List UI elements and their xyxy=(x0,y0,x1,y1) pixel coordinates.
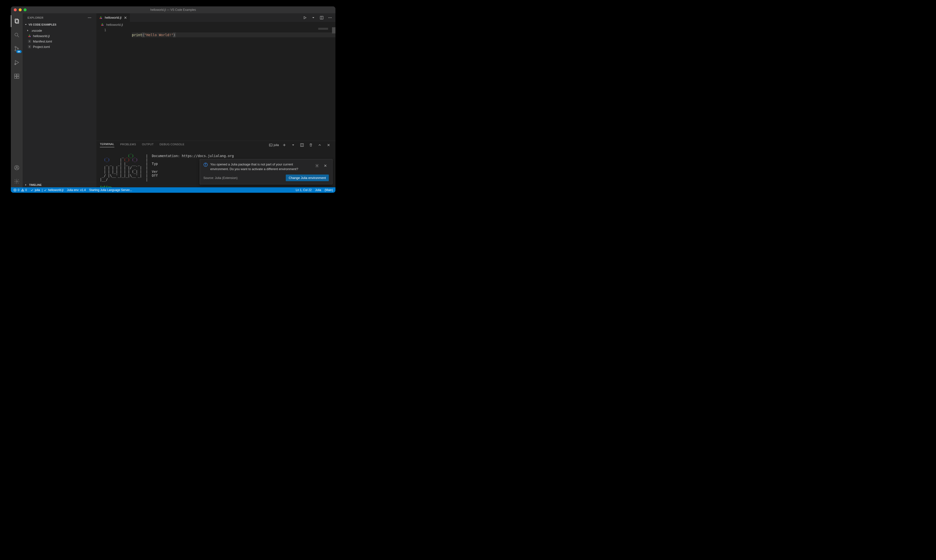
info-icon xyxy=(203,163,208,167)
maximize-panel-icon[interactable] xyxy=(316,142,323,148)
svg-point-5 xyxy=(15,50,16,51)
change-julia-env-button[interactable]: Change Julia environment xyxy=(286,175,329,181)
close-window-button[interactable] xyxy=(14,8,17,11)
status-cursor[interactable]: Ln 1, Col 22 xyxy=(296,188,312,192)
panel-tab-terminal[interactable]: TERMINAL xyxy=(100,143,114,147)
svg-point-55 xyxy=(22,191,23,191)
editor-tab[interactable]: helloworld.jl xyxy=(96,13,130,22)
run-dropdown-icon[interactable] xyxy=(310,14,317,21)
julia-file-icon xyxy=(28,34,31,38)
minimap[interactable] xyxy=(317,27,332,141)
status-error-count: 0 xyxy=(18,188,19,192)
breadcrumb[interactable]: helloworld.jl xyxy=(96,22,336,27)
tab-label: helloworld.jl xyxy=(105,16,122,19)
editor-more-icon[interactable] xyxy=(326,14,334,21)
tree-file-toml[interactable]: Manifest.toml xyxy=(23,38,96,44)
code-line: print("Hello World!") xyxy=(132,32,336,37)
minimize-window-button[interactable] xyxy=(19,8,22,11)
workspace-name: VS CODE EXAMPLES xyxy=(29,23,56,26)
panel-tab-output[interactable]: OUTPUT xyxy=(142,143,154,147)
svg-point-18 xyxy=(91,17,91,18)
split-editor-icon[interactable] xyxy=(318,14,325,21)
status-sync-label: helloworld.jl xyxy=(48,188,63,192)
activity-explorer[interactable] xyxy=(11,15,23,27)
sidebar-title: EXPLORER xyxy=(28,16,43,19)
status-warnings[interactable]: 0 xyxy=(21,188,27,192)
tree-label: Project.toml xyxy=(33,45,50,49)
status-langmode[interactable]: Julia xyxy=(315,188,321,192)
svg-point-48 xyxy=(317,165,317,166)
activity-accounts[interactable] xyxy=(11,162,23,174)
svg-point-22 xyxy=(29,41,30,42)
sidebar-more-icon[interactable] xyxy=(86,14,93,21)
text-editor[interactable]: 1 print("Hello World!") xyxy=(96,27,336,141)
tree-file-julia[interactable]: helloworld.jl xyxy=(23,33,96,38)
close-panel-icon[interactable] xyxy=(325,142,332,148)
terminal-name: julia xyxy=(274,143,279,147)
chevron-down-icon xyxy=(24,23,28,26)
timeline-label: TIMELINE xyxy=(29,183,42,186)
svg-point-20 xyxy=(29,35,30,36)
workspace-header[interactable]: VS CODE EXAMPLES xyxy=(23,22,96,27)
status-julia[interactable]: julia | xyxy=(30,188,43,192)
status-bar: 0 0 julia | helloworld.jl Julia env: v1.… xyxy=(11,187,336,193)
activity-search[interactable] xyxy=(11,29,23,41)
julia-file-icon xyxy=(99,16,103,20)
notification-settings-icon[interactable] xyxy=(314,162,320,169)
window-title: helloworld.jl — VS Code Examples xyxy=(11,8,336,12)
titlebar: helloworld.jl — VS Code Examples xyxy=(11,6,336,13)
status-scope[interactable]: (Main) xyxy=(325,188,333,192)
tree-label: helloworld.jl xyxy=(33,34,50,38)
chevron-right-icon xyxy=(24,183,28,186)
new-terminal-icon[interactable] xyxy=(281,142,288,148)
tree-file-toml[interactable]: Project.toml xyxy=(23,44,96,49)
julia-file-icon xyxy=(100,23,104,26)
split-terminal-icon[interactable] xyxy=(299,142,305,148)
terminal-dropdown-icon[interactable] xyxy=(290,142,297,148)
svg-rect-9 xyxy=(14,74,17,76)
status-warning-count: 0 xyxy=(25,188,27,192)
sidebar: EXPLORER VS CODE EXAMPLES .vscode xyxy=(23,13,96,187)
svg-point-35 xyxy=(101,25,102,26)
svg-point-33 xyxy=(330,17,331,18)
svg-point-2 xyxy=(15,33,18,36)
svg-point-23 xyxy=(29,46,30,47)
scm-badge: 5K xyxy=(16,50,22,53)
panel-tab-problems[interactable]: PROBLEMS xyxy=(120,143,136,147)
activity-source-control[interactable]: 5K xyxy=(11,43,23,55)
gear-file-icon xyxy=(28,39,31,43)
vscode-window: helloworld.jl — VS Code Examples 5K xyxy=(11,6,336,193)
line-number: 1 xyxy=(96,28,106,32)
status-errors[interactable]: 0 xyxy=(13,188,19,192)
svg-point-25 xyxy=(100,17,102,18)
close-tab-icon[interactable] xyxy=(123,16,128,20)
timeline-header[interactable]: TIMELINE xyxy=(23,182,96,187)
run-file-icon[interactable] xyxy=(302,14,308,21)
status-sync-file[interactable]: helloworld.jl xyxy=(43,188,63,192)
activity-bar: 5K xyxy=(11,13,23,187)
scrollbar-thumb[interactable] xyxy=(332,27,336,34)
chevron-right-icon xyxy=(26,29,29,32)
terminal-profile-icon[interactable]: julia xyxy=(269,142,279,148)
svg-rect-12 xyxy=(17,77,19,78)
svg-rect-11 xyxy=(14,77,17,78)
activity-extensions[interactable] xyxy=(11,70,23,82)
status-julia-env[interactable]: Julia env: v1.4 xyxy=(67,188,86,192)
notification-source: Source: Julia (Extension) xyxy=(203,176,237,180)
status-julia-label: julia xyxy=(35,188,40,192)
kill-terminal-icon[interactable] xyxy=(308,142,314,148)
code-area[interactable]: print("Hello World!") xyxy=(111,27,336,42)
svg-point-24 xyxy=(100,18,101,19)
activity-run-debug[interactable] xyxy=(11,57,23,68)
panel-tab-debugconsole[interactable]: DEBUG CONSOLE xyxy=(160,143,185,147)
svg-point-37 xyxy=(102,25,103,26)
tree-folder[interactable]: .vscode xyxy=(23,28,96,33)
activity-manage[interactable] xyxy=(11,175,23,187)
status-langserver[interactable]: Starting Julia Language Server... xyxy=(89,188,132,192)
svg-point-34 xyxy=(331,17,332,18)
maximize-window-button[interactable] xyxy=(24,8,26,11)
notification-close-icon[interactable] xyxy=(322,162,329,169)
svg-rect-38 xyxy=(269,144,272,146)
svg-point-6 xyxy=(17,48,19,49)
line-gutter: 1 xyxy=(96,27,111,32)
